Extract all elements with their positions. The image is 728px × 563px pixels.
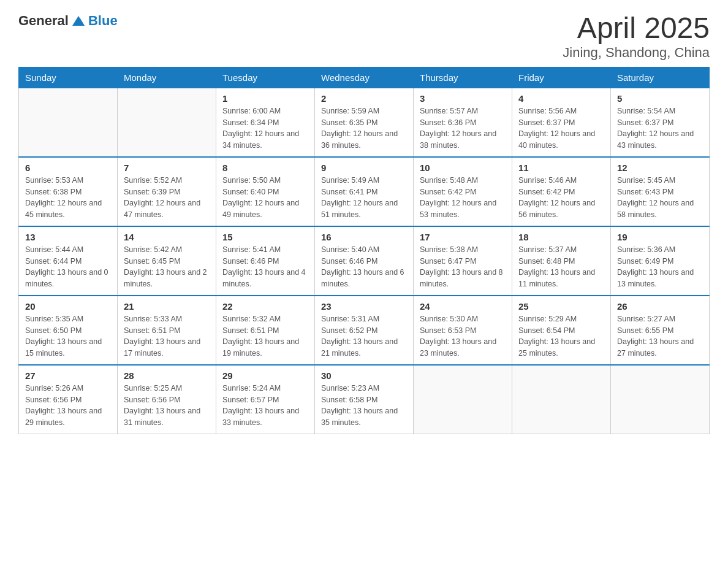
calendar-cell: 26Sunrise: 5:27 AMSunset: 6:55 PMDayligh…	[611, 296, 710, 365]
calendar-header-wednesday: Wednesday	[315, 67, 414, 88]
day-info: Sunrise: 5:30 AMSunset: 6:53 PMDaylight:…	[420, 313, 506, 359]
calendar-cell: 13Sunrise: 5:44 AMSunset: 6:44 PMDayligh…	[19, 226, 118, 296]
calendar-cell: 29Sunrise: 5:24 AMSunset: 6:57 PMDayligh…	[216, 365, 315, 434]
calendar-header-saturday: Saturday	[611, 67, 710, 88]
calendar-cell: 23Sunrise: 5:31 AMSunset: 6:52 PMDayligh…	[315, 296, 414, 365]
day-number: 9	[321, 163, 407, 173]
day-info: Sunrise: 5:33 AMSunset: 6:51 PMDaylight:…	[124, 313, 210, 359]
day-info: Sunrise: 5:36 AMSunset: 6:49 PMDaylight:…	[617, 244, 703, 290]
calendar-cell: 22Sunrise: 5:32 AMSunset: 6:51 PMDayligh…	[216, 296, 315, 365]
day-number: 12	[617, 163, 703, 173]
day-info: Sunrise: 5:35 AMSunset: 6:50 PMDaylight:…	[25, 313, 111, 359]
calendar-header-tuesday: Tuesday	[216, 67, 315, 88]
calendar-cell: 27Sunrise: 5:26 AMSunset: 6:56 PMDayligh…	[19, 365, 118, 434]
calendar-header-sunday: Sunday	[19, 67, 118, 88]
calendar-cell: 9Sunrise: 5:49 AMSunset: 6:41 PMDaylight…	[315, 157, 414, 226]
day-info: Sunrise: 5:57 AMSunset: 6:36 PMDaylight:…	[420, 105, 506, 151]
day-info: Sunrise: 5:50 AMSunset: 6:40 PMDaylight:…	[222, 175, 308, 221]
day-number: 15	[222, 232, 308, 242]
day-number: 25	[518, 301, 604, 312]
day-number: 27	[25, 370, 111, 381]
day-info: Sunrise: 5:48 AMSunset: 6:42 PMDaylight:…	[420, 175, 506, 221]
calendar-table: SundayMondayTuesdayWednesdayThursdayFrid…	[18, 67, 710, 434]
day-info: Sunrise: 5:38 AMSunset: 6:47 PMDaylight:…	[420, 244, 506, 290]
day-info: Sunrise: 5:31 AMSunset: 6:52 PMDaylight:…	[321, 313, 407, 359]
calendar-cell	[118, 88, 216, 157]
day-number: 6	[25, 163, 111, 173]
title-block: April 2025 Jining, Shandong, China	[563, 12, 710, 61]
calendar-cell: 14Sunrise: 5:42 AMSunset: 6:45 PMDayligh…	[118, 226, 216, 296]
logo-text-general: General	[18, 13, 69, 29]
day-info: Sunrise: 5:41 AMSunset: 6:46 PMDaylight:…	[222, 244, 308, 290]
day-number: 21	[124, 301, 210, 312]
calendar-cell: 24Sunrise: 5:30 AMSunset: 6:53 PMDayligh…	[414, 296, 512, 365]
day-number: 1	[222, 93, 308, 104]
day-info: Sunrise: 5:46 AMSunset: 6:42 PMDaylight:…	[518, 175, 604, 221]
day-number: 14	[124, 232, 210, 242]
calendar-cell: 20Sunrise: 5:35 AMSunset: 6:50 PMDayligh…	[19, 296, 118, 365]
day-info: Sunrise: 5:42 AMSunset: 6:45 PMDaylight:…	[124, 244, 210, 290]
calendar-cell: 8Sunrise: 5:50 AMSunset: 6:40 PMDaylight…	[216, 157, 315, 226]
day-number: 28	[124, 370, 210, 381]
calendar-cell: 11Sunrise: 5:46 AMSunset: 6:42 PMDayligh…	[512, 157, 611, 226]
calendar-cell: 3Sunrise: 5:57 AMSunset: 6:36 PMDaylight…	[414, 88, 512, 157]
calendar-cell: 17Sunrise: 5:38 AMSunset: 6:47 PMDayligh…	[414, 226, 512, 296]
calendar-cell: 2Sunrise: 5:59 AMSunset: 6:35 PMDaylight…	[315, 88, 414, 157]
calendar-cell	[611, 365, 710, 434]
calendar-week-2: 6Sunrise: 5:53 AMSunset: 6:38 PMDaylight…	[19, 157, 710, 226]
day-info: Sunrise: 6:00 AMSunset: 6:34 PMDaylight:…	[222, 105, 308, 151]
day-number: 23	[321, 301, 407, 312]
day-number: 2	[321, 93, 407, 104]
calendar-cell	[19, 88, 118, 157]
day-number: 11	[518, 163, 604, 173]
calendar-header-thursday: Thursday	[414, 67, 512, 88]
day-info: Sunrise: 5:53 AMSunset: 6:38 PMDaylight:…	[25, 175, 111, 221]
calendar-cell	[512, 365, 611, 434]
calendar-cell: 7Sunrise: 5:52 AMSunset: 6:39 PMDaylight…	[118, 157, 216, 226]
page-subtitle: Jining, Shandong, China	[563, 45, 710, 61]
day-number: 8	[222, 163, 308, 173]
day-info: Sunrise: 5:40 AMSunset: 6:46 PMDaylight:…	[321, 244, 407, 290]
day-info: Sunrise: 5:59 AMSunset: 6:35 PMDaylight:…	[321, 105, 407, 151]
calendar-cell: 18Sunrise: 5:37 AMSunset: 6:48 PMDayligh…	[512, 226, 611, 296]
day-info: Sunrise: 5:44 AMSunset: 6:44 PMDaylight:…	[25, 244, 111, 290]
day-number: 20	[25, 301, 111, 312]
calendar-cell: 5Sunrise: 5:54 AMSunset: 6:37 PMDaylight…	[611, 88, 710, 157]
calendar-week-1: 1Sunrise: 6:00 AMSunset: 6:34 PMDaylight…	[19, 88, 710, 157]
day-info: Sunrise: 5:23 AMSunset: 6:58 PMDaylight:…	[321, 383, 407, 429]
day-info: Sunrise: 5:56 AMSunset: 6:37 PMDaylight:…	[518, 105, 604, 151]
calendar-header-monday: Monday	[118, 67, 216, 88]
logo: General Blue	[18, 12, 118, 29]
day-number: 18	[518, 232, 604, 242]
calendar-cell: 15Sunrise: 5:41 AMSunset: 6:46 PMDayligh…	[216, 226, 315, 296]
logo-text-blue: Blue	[88, 13, 118, 29]
day-info: Sunrise: 5:37 AMSunset: 6:48 PMDaylight:…	[518, 244, 604, 290]
day-info: Sunrise: 5:54 AMSunset: 6:37 PMDaylight:…	[617, 105, 703, 151]
day-info: Sunrise: 5:24 AMSunset: 6:57 PMDaylight:…	[222, 383, 308, 429]
day-number: 16	[321, 232, 407, 242]
day-number: 22	[222, 301, 308, 312]
day-number: 17	[420, 232, 506, 242]
calendar-week-5: 27Sunrise: 5:26 AMSunset: 6:56 PMDayligh…	[19, 365, 710, 434]
calendar-cell: 25Sunrise: 5:29 AMSunset: 6:54 PMDayligh…	[512, 296, 611, 365]
calendar-cell: 4Sunrise: 5:56 AMSunset: 6:37 PMDaylight…	[512, 88, 611, 157]
day-info: Sunrise: 5:32 AMSunset: 6:51 PMDaylight:…	[222, 313, 308, 359]
calendar-week-4: 20Sunrise: 5:35 AMSunset: 6:50 PMDayligh…	[19, 296, 710, 365]
calendar-cell: 12Sunrise: 5:45 AMSunset: 6:43 PMDayligh…	[611, 157, 710, 226]
day-info: Sunrise: 5:25 AMSunset: 6:56 PMDaylight:…	[124, 383, 210, 429]
day-number: 7	[124, 163, 210, 173]
day-number: 24	[420, 301, 506, 312]
calendar-cell: 16Sunrise: 5:40 AMSunset: 6:46 PMDayligh…	[315, 226, 414, 296]
day-info: Sunrise: 5:45 AMSunset: 6:43 PMDaylight:…	[617, 175, 703, 221]
day-info: Sunrise: 5:29 AMSunset: 6:54 PMDaylight:…	[518, 313, 604, 359]
day-number: 30	[321, 370, 407, 381]
calendar-week-3: 13Sunrise: 5:44 AMSunset: 6:44 PMDayligh…	[19, 226, 710, 296]
day-info: Sunrise: 5:26 AMSunset: 6:56 PMDaylight:…	[25, 383, 111, 429]
day-number: 19	[617, 232, 703, 242]
day-number: 13	[25, 232, 111, 242]
day-number: 26	[617, 301, 703, 312]
day-info: Sunrise: 5:52 AMSunset: 6:39 PMDaylight:…	[124, 175, 210, 221]
calendar-cell	[414, 365, 512, 434]
page-header: General Blue April 2025 Jining, Shandong…	[18, 12, 710, 61]
calendar-cell: 28Sunrise: 5:25 AMSunset: 6:56 PMDayligh…	[118, 365, 216, 434]
